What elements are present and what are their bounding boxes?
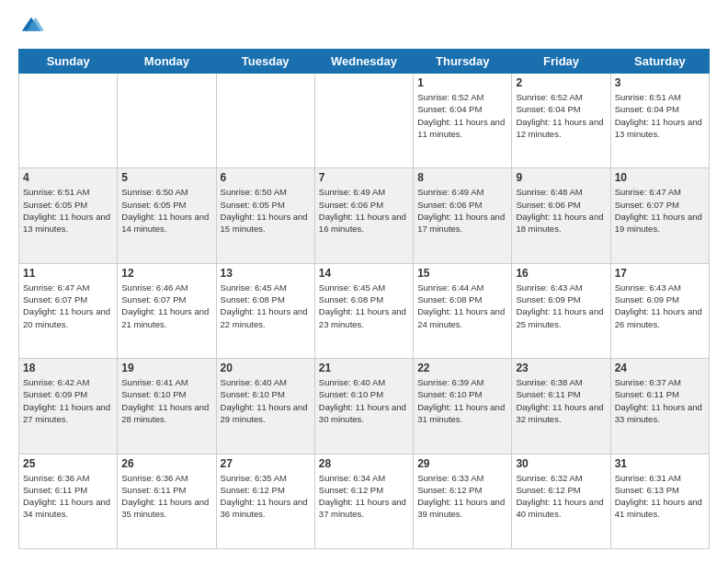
logo	[18, 14, 48, 40]
calendar-cell: 17Sunrise: 6:43 AM Sunset: 6:09 PM Dayli…	[610, 263, 709, 358]
day-info: Sunrise: 6:36 AM Sunset: 6:11 PM Dayligh…	[121, 472, 211, 521]
calendar-cell: 18Sunrise: 6:42 AM Sunset: 6:09 PM Dayli…	[19, 359, 118, 454]
day-number: 25	[23, 457, 113, 470]
weekday-header: Wednesday	[314, 50, 413, 74]
calendar-cell	[216, 74, 314, 168]
calendar-cell	[314, 74, 413, 168]
day-number: 15	[417, 267, 507, 280]
day-info: Sunrise: 6:37 AM Sunset: 6:11 PM Dayligh…	[615, 376, 705, 425]
day-number: 13	[221, 267, 311, 280]
day-info: Sunrise: 6:51 AM Sunset: 6:04 PM Dayligh…	[615, 91, 705, 140]
calendar-cell: 4Sunrise: 6:51 AM Sunset: 6:05 PM Daylig…	[19, 168, 118, 263]
day-number: 21	[319, 362, 409, 374]
day-number: 1	[417, 76, 507, 89]
day-info: Sunrise: 6:40 AM Sunset: 6:10 PM Dayligh…	[319, 376, 409, 425]
calendar-cell: 21Sunrise: 6:40 AM Sunset: 6:10 PM Dayli…	[314, 359, 413, 454]
logo-icon	[18, 14, 44, 40]
day-info: Sunrise: 6:41 AM Sunset: 6:10 PM Dayligh…	[121, 376, 211, 425]
weekday-header: Saturday	[610, 50, 709, 74]
day-number: 22	[417, 362, 507, 374]
calendar-cell: 8Sunrise: 6:49 AM Sunset: 6:06 PM Daylig…	[414, 168, 512, 263]
day-number: 24	[615, 362, 705, 374]
calendar-cell: 5Sunrise: 6:50 AM Sunset: 6:05 PM Daylig…	[118, 168, 216, 263]
calendar-cell: 30Sunrise: 6:32 AM Sunset: 6:12 PM Dayli…	[512, 454, 610, 548]
day-info: Sunrise: 6:47 AM Sunset: 6:07 PM Dayligh…	[23, 282, 113, 330]
day-number: 3	[615, 76, 705, 89]
day-info: Sunrise: 6:38 AM Sunset: 6:11 PM Dayligh…	[516, 376, 606, 425]
page: SundayMondayTuesdayWednesdayThursdayFrid…	[0, 0, 728, 563]
calendar-cell: 10Sunrise: 6:47 AM Sunset: 6:07 PM Dayli…	[610, 168, 709, 263]
day-number: 6	[221, 171, 311, 184]
calendar-cell: 1Sunrise: 6:52 AM Sunset: 6:04 PM Daylig…	[414, 74, 512, 168]
day-info: Sunrise: 6:50 AM Sunset: 6:05 PM Dayligh…	[221, 186, 311, 235]
day-info: Sunrise: 6:33 AM Sunset: 6:12 PM Dayligh…	[417, 472, 507, 521]
calendar-cell: 20Sunrise: 6:40 AM Sunset: 6:10 PM Dayli…	[216, 359, 314, 454]
calendar-cell: 28Sunrise: 6:34 AM Sunset: 6:12 PM Dayli…	[314, 454, 413, 548]
day-info: Sunrise: 6:48 AM Sunset: 6:06 PM Dayligh…	[516, 186, 606, 235]
day-number: 29	[417, 457, 507, 470]
day-info: Sunrise: 6:51 AM Sunset: 6:05 PM Dayligh…	[23, 186, 113, 235]
weekday-header: Thursday	[414, 50, 512, 74]
calendar-cell	[19, 74, 118, 168]
day-number: 4	[23, 171, 113, 184]
calendar-cell: 31Sunrise: 6:31 AM Sunset: 6:13 PM Dayli…	[610, 454, 709, 548]
day-number: 12	[121, 267, 211, 280]
day-info: Sunrise: 6:50 AM Sunset: 6:05 PM Dayligh…	[121, 186, 211, 235]
day-number: 19	[121, 362, 211, 374]
day-info: Sunrise: 6:44 AM Sunset: 6:08 PM Dayligh…	[417, 282, 507, 330]
day-number: 20	[221, 362, 311, 374]
day-number: 9	[516, 171, 606, 184]
day-info: Sunrise: 6:34 AM Sunset: 6:12 PM Dayligh…	[319, 472, 409, 521]
day-number: 5	[121, 171, 211, 184]
weekday-header: Friday	[512, 50, 610, 74]
day-info: Sunrise: 6:45 AM Sunset: 6:08 PM Dayligh…	[221, 282, 311, 330]
calendar-cell	[118, 74, 216, 168]
calendar-cell: 13Sunrise: 6:45 AM Sunset: 6:08 PM Dayli…	[216, 263, 314, 358]
day-number: 8	[417, 171, 507, 184]
weekday-header: Tuesday	[216, 50, 314, 74]
day-info: Sunrise: 6:35 AM Sunset: 6:12 PM Dayligh…	[221, 472, 311, 521]
day-info: Sunrise: 6:52 AM Sunset: 6:04 PM Dayligh…	[417, 91, 507, 140]
calendar-cell: 16Sunrise: 6:43 AM Sunset: 6:09 PM Dayli…	[512, 263, 610, 358]
calendar-cell: 27Sunrise: 6:35 AM Sunset: 6:12 PM Dayli…	[216, 454, 314, 548]
calendar-cell: 7Sunrise: 6:49 AM Sunset: 6:06 PM Daylig…	[314, 168, 413, 263]
day-info: Sunrise: 6:32 AM Sunset: 6:12 PM Dayligh…	[516, 472, 606, 521]
day-info: Sunrise: 6:31 AM Sunset: 6:13 PM Dayligh…	[615, 472, 705, 521]
day-number: 17	[615, 267, 705, 280]
calendar-table: SundayMondayTuesdayWednesdayThursdayFrid…	[18, 49, 710, 549]
day-number: 14	[319, 267, 409, 280]
day-info: Sunrise: 6:42 AM Sunset: 6:09 PM Dayligh…	[23, 376, 113, 425]
day-info: Sunrise: 6:43 AM Sunset: 6:09 PM Dayligh…	[615, 282, 705, 330]
calendar-cell: 9Sunrise: 6:48 AM Sunset: 6:06 PM Daylig…	[512, 168, 610, 263]
day-number: 23	[516, 362, 606, 374]
day-number: 18	[23, 362, 113, 374]
day-number: 2	[516, 76, 606, 89]
day-info: Sunrise: 6:40 AM Sunset: 6:10 PM Dayligh…	[221, 376, 311, 425]
day-info: Sunrise: 6:43 AM Sunset: 6:09 PM Dayligh…	[516, 282, 606, 330]
day-number: 7	[319, 171, 409, 184]
calendar-cell: 22Sunrise: 6:39 AM Sunset: 6:10 PM Dayli…	[414, 359, 512, 454]
calendar-cell: 11Sunrise: 6:47 AM Sunset: 6:07 PM Dayli…	[19, 263, 118, 358]
calendar-cell: 2Sunrise: 6:52 AM Sunset: 6:04 PM Daylig…	[512, 74, 610, 168]
day-number: 26	[121, 457, 211, 470]
day-info: Sunrise: 6:47 AM Sunset: 6:07 PM Dayligh…	[615, 186, 705, 235]
day-number: 28	[319, 457, 409, 470]
day-info: Sunrise: 6:46 AM Sunset: 6:07 PM Dayligh…	[121, 282, 211, 330]
calendar-cell: 29Sunrise: 6:33 AM Sunset: 6:12 PM Dayli…	[414, 454, 512, 548]
header	[18, 14, 710, 40]
calendar-cell: 14Sunrise: 6:45 AM Sunset: 6:08 PM Dayli…	[314, 263, 413, 358]
day-number: 16	[516, 267, 606, 280]
calendar-cell: 24Sunrise: 6:37 AM Sunset: 6:11 PM Dayli…	[610, 359, 709, 454]
calendar-cell: 26Sunrise: 6:36 AM Sunset: 6:11 PM Dayli…	[118, 454, 216, 548]
calendar-cell: 12Sunrise: 6:46 AM Sunset: 6:07 PM Dayli…	[118, 263, 216, 358]
day-info: Sunrise: 6:36 AM Sunset: 6:11 PM Dayligh…	[23, 472, 113, 521]
calendar-cell: 6Sunrise: 6:50 AM Sunset: 6:05 PM Daylig…	[216, 168, 314, 263]
day-number: 11	[23, 267, 113, 280]
calendar-cell: 25Sunrise: 6:36 AM Sunset: 6:11 PM Dayli…	[19, 454, 118, 548]
weekday-header: Sunday	[19, 50, 118, 74]
calendar-cell: 15Sunrise: 6:44 AM Sunset: 6:08 PM Dayli…	[414, 263, 512, 358]
day-info: Sunrise: 6:49 AM Sunset: 6:06 PM Dayligh…	[319, 186, 409, 235]
day-number: 31	[615, 457, 705, 470]
day-number: 30	[516, 457, 606, 470]
day-info: Sunrise: 6:39 AM Sunset: 6:10 PM Dayligh…	[417, 376, 507, 425]
